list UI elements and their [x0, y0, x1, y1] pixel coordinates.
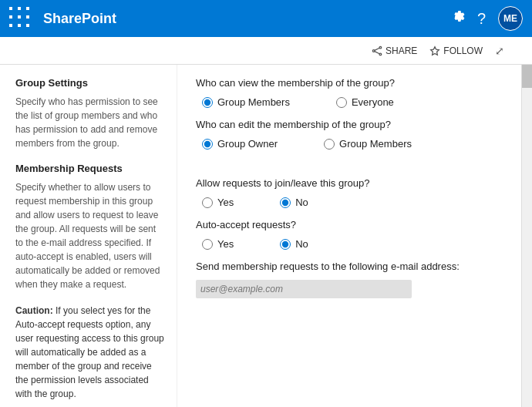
- email-input[interactable]: [196, 280, 412, 298]
- caution-label: Caution:: [15, 305, 53, 316]
- app-title: SharePoint: [43, 11, 442, 27]
- q1-option2[interactable]: Everyone: [336, 96, 394, 108]
- q4-opt2-label: No: [295, 238, 308, 250]
- membership-requests-title: Membership Requests: [15, 163, 164, 174]
- q2-option1[interactable]: Group Owner: [202, 138, 278, 150]
- share-icon: [372, 45, 382, 56]
- q1-option1[interactable]: Group Members: [202, 96, 290, 108]
- scrollbar[interactable]: [521, 65, 532, 407]
- q2-radio1[interactable]: [202, 139, 213, 150]
- caution-text: Caution: If you select yes for the Auto-…: [15, 304, 164, 401]
- follow-button[interactable]: FOLLOW: [429, 45, 483, 56]
- q2-label: Who can edit the membership of the group…: [196, 119, 509, 130]
- share-label: SHARE: [386, 45, 417, 56]
- share-button[interactable]: SHARE: [372, 45, 417, 56]
- follow-label: FOLLOW: [443, 45, 483, 56]
- svg-point-0: [379, 46, 382, 49]
- user-avatar[interactable]: ME: [498, 6, 523, 31]
- svg-line-3: [375, 48, 379, 50]
- svg-marker-5: [431, 46, 439, 55]
- q3-opt1-label: Yes: [217, 197, 234, 208]
- q3-option1[interactable]: Yes: [202, 197, 234, 208]
- q4-radio-row: Yes No: [202, 238, 509, 250]
- help-icon[interactable]: ?: [477, 10, 486, 28]
- subtoolbar: SHARE FOLLOW ⤢: [0, 37, 532, 65]
- q3-radio1[interactable]: [202, 197, 213, 208]
- q1-opt1-label: Group Members: [217, 96, 290, 108]
- svg-point-2: [372, 49, 375, 52]
- svg-point-1: [379, 53, 382, 56]
- q3-radio2[interactable]: [280, 197, 291, 208]
- q1-radio1[interactable]: [202, 97, 213, 108]
- q4-opt1-label: Yes: [217, 238, 234, 250]
- caution-desc: If you select yes for the Auto-accept re…: [15, 305, 164, 399]
- membership-requests-desc: Specify whether to allow users to reques…: [15, 180, 164, 291]
- q4-radio1[interactable]: [202, 239, 213, 250]
- q4-option2[interactable]: No: [280, 238, 308, 250]
- q3-label: Allow requests to join/leave this group?: [196, 177, 509, 189]
- q1-opt2-label: Everyone: [352, 96, 394, 108]
- q4-label: Auto-accept requests?: [196, 219, 509, 230]
- q2-option2[interactable]: Group Members: [324, 138, 412, 150]
- q2-opt1-label: Group Owner: [217, 138, 278, 150]
- q1-radio-row: Group Members Everyone: [202, 96, 509, 108]
- q3-radio-row: Yes No: [202, 197, 509, 208]
- q1-label: Who can view the membership of the group…: [196, 77, 509, 89]
- q2-radio-row: Group Owner Group Members: [202, 138, 509, 150]
- topnav-icons: ? ME: [450, 6, 523, 31]
- q1-radio2[interactable]: [336, 97, 347, 108]
- settings-icon[interactable]: [450, 9, 465, 29]
- q4-radio2[interactable]: [280, 239, 291, 250]
- left-panel: Group Settings Specify who has permissio…: [0, 65, 177, 407]
- scrollbar-thumb[interactable]: [522, 65, 532, 88]
- top-navigation: SharePoint ? ME: [0, 0, 532, 37]
- right-panel: Who can view the membership of the group…: [177, 65, 532, 407]
- q5-label: Send membership requests to the followin…: [196, 261, 509, 272]
- app-grid-icon[interactable]: [9, 7, 32, 30]
- q3-opt2-label: No: [295, 197, 308, 208]
- q2-radio2[interactable]: [324, 139, 335, 150]
- q4-option1[interactable]: Yes: [202, 238, 234, 250]
- group-settings-desc: Specify who has permission to see the li…: [15, 95, 164, 150]
- follow-icon: [429, 45, 440, 56]
- q2-opt2-label: Group Members: [339, 138, 412, 150]
- svg-line-4: [375, 51, 379, 53]
- resize-icon[interactable]: ⤢: [495, 45, 504, 57]
- main-content: Group Settings Specify who has permissio…: [0, 65, 532, 407]
- q3-option2[interactable]: No: [280, 197, 308, 208]
- group-settings-title: Group Settings: [15, 77, 164, 89]
